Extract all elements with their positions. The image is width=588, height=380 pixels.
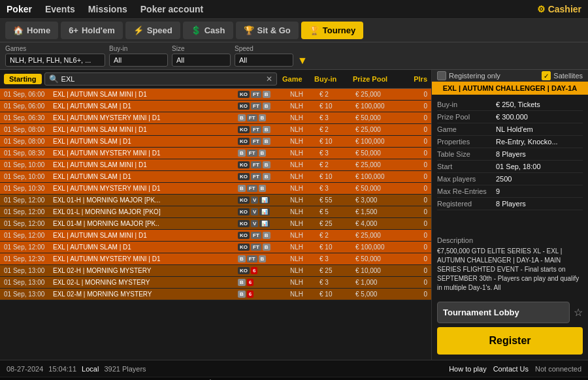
table-row[interactable]: 01 Sep, 08:00 EXL | AUTUMN SLAM | D1 KOF… [0, 136, 431, 148]
row-buyin: € 2 [319, 232, 355, 239]
table-row[interactable]: 01 Sep, 08:00 EXL | AUTUMN SLAM MINI | D… [0, 124, 431, 136]
detail-row: Max Re-Entries 9 [437, 185, 583, 198]
tournament-lobby-button[interactable]: Tournament Lobby [437, 302, 570, 323]
sort-starting-button[interactable]: Starting [4, 74, 42, 84]
table-row[interactable]: 01 Sep, 12:00 EXL 01-M | MORNING MAJOR [… [0, 218, 431, 230]
detail-title: EXL | AUTUMN CHALLENGER | DAY-1A [432, 82, 588, 95]
row-game: NLH [290, 185, 319, 192]
clear-search-icon[interactable]: ✕ [266, 74, 272, 84]
row-buyin: € 25 [319, 267, 355, 274]
tab-home[interactable]: 🏠 Home [5, 22, 58, 39]
row-game: NLH [290, 103, 319, 110]
badge-icon: FT [251, 126, 261, 133]
detail-row: Table Size 8 Players [437, 148, 583, 161]
row-badges: KOFTB [238, 244, 290, 251]
badge-icon: B [238, 279, 246, 286]
row-plrs: 0 [404, 267, 427, 274]
register-button[interactable]: Register [437, 327, 583, 355]
holdem-icon: 6+ [69, 25, 78, 35]
table-row[interactable]: 01 Sep, 10:30 EXL | AUTUMN MYSTERY MINI … [0, 183, 431, 195]
table-row[interactable]: 01 Sep, 12:00 EXL | AUTUMN SLAM | D1 KOF… [0, 242, 431, 253]
detail-key: Max players [437, 175, 496, 183]
row-badges: BFTB [238, 114, 290, 121]
row-prize: € 100,000 [355, 173, 404, 180]
badge-icon: KO [238, 91, 250, 98]
nav-cashier[interactable]: ⚙ Cashier [537, 4, 581, 14]
table-row[interactable]: 01 Sep, 13:00 EXL 02-H | MORNING MYSTERY… [0, 265, 431, 277]
table-row[interactable]: 01 Sep, 06:00 EXL | AUTUMN SLAM MINI | D… [0, 89, 431, 101]
row-game: NLH [290, 232, 319, 239]
detail-row: Start 01 Sep, 18:00 [437, 161, 583, 173]
registering-only-checkbox[interactable] [437, 71, 446, 80]
detail-row: Properties Re-Entry, Knocko... [437, 136, 583, 148]
tournament-table-scroll[interactable]: 01 Sep, 06:00 EXL | AUTUMN SLAM MINI | D… [0, 89, 431, 360]
contact-us-link[interactable]: Contact Us [493, 365, 529, 373]
how-to-play-link[interactable]: How to play [449, 365, 486, 373]
row-prize: € 5,000 [355, 291, 404, 298]
badge-icon: KO [238, 173, 250, 180]
row-time: 01 Sep, 12:00 [4, 232, 53, 239]
table-row[interactable]: 01 Sep, 08:30 EXL | AUTUMN MYSTERY MINI … [0, 148, 431, 159]
tab-sitgo[interactable]: 🏆 Sit & Go [236, 22, 299, 39]
row-time: 01 Sep, 12:30 [4, 255, 53, 262]
badge-icon: B [259, 114, 267, 121]
row-time: 01 Sep, 12:00 [4, 208, 53, 215]
satellites-checkbox[interactable]: ✓ [542, 71, 551, 80]
nav-poker-account[interactable]: Poker account [140, 4, 203, 14]
table-row[interactable]: 01 Sep, 12:30 EXL | AUTUMN MYSTERY MINI … [0, 253, 431, 265]
row-game: NLH [290, 220, 319, 227]
table-row[interactable]: 01 Sep, 12:00 EXL | AUTUMN SLAM MINI | D… [0, 230, 431, 242]
badge-icon: V [251, 197, 258, 204]
coin-icon: ⚙ [537, 4, 546, 14]
satellites-filter: ✓ Satellites [542, 71, 583, 80]
tab-holdem[interactable]: 6+ Hold'em [61, 22, 123, 39]
row-plrs: 0 [404, 291, 427, 298]
detail-val: 8 Players [496, 200, 583, 208]
table-row[interactable]: 01 Sep, 12:00 EXL 01-H | MORNING MAJOR [… [0, 195, 431, 206]
locale-selector[interactable]: Local [82, 365, 99, 373]
filter-buyin-select[interactable]: All [109, 54, 168, 67]
row-plrs: 0 [404, 220, 427, 227]
table-row[interactable]: 01 Sep, 12:00 EXL 01-L | MORNING MAJOR [… [0, 206, 431, 218]
row-prize: € 1,000 [355, 279, 404, 286]
table-row[interactable]: 01 Sep, 10:00 EXL | AUTUMN SLAM MINI | D… [0, 159, 431, 171]
row-game: NLH [290, 244, 319, 251]
table-row[interactable]: 01 Sep, 10:00 EXL | AUTUMN SLAM | D1 KOF… [0, 171, 431, 183]
badge-icon: B [263, 161, 270, 168]
tab-tourney[interactable]: 🏆 Tourney [301, 22, 363, 39]
filter-size-select[interactable]: All [172, 54, 231, 67]
row-badges: B6 [238, 279, 290, 286]
detail-key: Buy-in [437, 101, 496, 108]
favorite-star-icon[interactable]: ☆ [574, 306, 583, 319]
row-name: EXL | AUTUMN SLAM | D1 [53, 138, 238, 145]
badge-icon: 📊 [259, 208, 270, 215]
nav-missions[interactable]: Missions [88, 4, 127, 14]
row-buyin: € 3 [319, 185, 355, 192]
row-prize: € 4,000 [355, 220, 404, 227]
row-buyin: € 10 [319, 291, 355, 298]
filter-funnel-icon[interactable]: ▼ [297, 55, 308, 67]
table-row[interactable]: 01 Sep, 06:00 EXL | AUTUMN SLAM | D1 KOF… [0, 101, 431, 112]
row-name: EXL | AUTUMN MYSTERY MINI | D1 [53, 114, 238, 121]
search-icon: 🔍 [49, 74, 59, 84]
row-buyin: € 3 [319, 150, 355, 157]
nav-poker[interactable]: Poker [7, 4, 32, 14]
row-plrs: 0 [404, 161, 427, 168]
table-row[interactable]: 01 Sep, 13:00 EXL 02-L | MORNING MYSTERY… [0, 277, 431, 289]
filter-buyin-group: Buy-in All [109, 45, 168, 67]
tab-speed[interactable]: ⚡ Speed [125, 22, 180, 39]
filter-size-group: Size All [172, 45, 231, 67]
search-input[interactable] [61, 75, 266, 83]
row-name: EXL | AUTUMN SLAM | D1 [53, 244, 238, 251]
filter-speed-select[interactable]: All [235, 54, 293, 67]
row-badges: KOFTB [238, 161, 290, 168]
filter-games-select[interactable]: NLH, PLH, FLH, NL6+, ... [5, 54, 105, 67]
table-row[interactable]: 01 Sep, 06:30 EXL | AUTUMN MYSTERY MINI … [0, 112, 431, 124]
row-time: 01 Sep, 10:00 [4, 173, 53, 180]
row-name: EXL | AUTUMN MYSTERY MINI | D1 [53, 185, 238, 192]
table-row[interactable]: 01 Sep, 13:00 EXL 02-M | MORNING MYSTERY… [0, 289, 431, 300]
tab-cash[interactable]: 💲 Cash [183, 22, 233, 39]
row-badges: KOFTB [238, 138, 290, 145]
row-buyin: € 25 [319, 220, 355, 227]
nav-events[interactable]: Events [45, 4, 75, 14]
